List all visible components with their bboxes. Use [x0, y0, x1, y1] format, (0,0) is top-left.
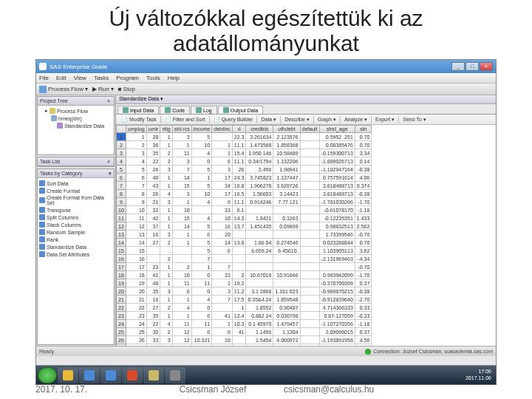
cell[interactable]: 11 — [191, 320, 212, 328]
cell[interactable]: 3 — [160, 287, 172, 296]
cell[interactable]: -1.70 — [355, 198, 372, 206]
taskbar-app[interactable] — [100, 367, 121, 383]
toolbar-item[interactable]: Analyze ▾ — [342, 117, 369, 123]
row-number[interactable]: 25 — [117, 328, 126, 336]
doc-tab[interactable]: Output Data — [218, 106, 264, 114]
task-item[interactable]: Transpose — [39, 206, 112, 214]
cell[interactable]: 1 — [160, 296, 172, 304]
cell[interactable] — [246, 279, 273, 287]
cell[interactable]: 0.3263 — [273, 214, 300, 222]
cell[interactable]: 10 — [191, 141, 212, 149]
cell[interactable]: -0.38 — [355, 190, 372, 198]
cell[interactable]: 1.451435 — [246, 222, 273, 231]
cell[interactable]: 11.1 — [232, 141, 246, 149]
cell[interactable]: 1 — [212, 279, 233, 287]
cell[interactable]: -1.70 — [355, 271, 372, 279]
cell[interactable]: 3 — [160, 231, 172, 239]
cell[interactable] — [300, 206, 319, 214]
column-header[interactable]: umir — [146, 126, 160, 133]
cell[interactable]: 0.374 — [355, 182, 372, 190]
toolbar-item[interactable]: Describe ▾ — [282, 117, 312, 123]
table-row[interactable]: 101032110336.1-0.61078170-1.18 — [117, 206, 372, 214]
cell[interactable]: 16 — [146, 231, 160, 239]
cell[interactable]: 1 — [212, 149, 233, 157]
cell[interactable]: 1 — [160, 222, 172, 231]
cell[interactable]: -1 107270356 — [319, 320, 355, 328]
cell[interactable]: 1 — [126, 133, 146, 141]
cell[interactable]: 34 — [212, 182, 233, 190]
cell[interactable]: 15 — [126, 247, 146, 255]
cell[interactable]: 1 — [160, 182, 172, 190]
cell[interactable]: -0.70 — [355, 344, 372, 347]
cell[interactable]: 6.659.24 — [246, 247, 273, 255]
cell[interactable] — [212, 304, 233, 312]
row-number[interactable]: 16 — [117, 255, 126, 263]
cell[interactable]: 6 — [191, 328, 212, 336]
cell[interactable]: 2 — [126, 141, 146, 149]
cell[interactable]: 4 — [191, 149, 212, 157]
system-clock[interactable]: 17:062017.11.06 — [463, 369, 494, 381]
doc-tab[interactable]: Input Data — [117, 106, 159, 114]
cell[interactable]: 1.950.146 — [246, 149, 273, 157]
cell[interactable]: 2 — [160, 255, 172, 263]
cell[interactable]: 7 — [126, 182, 146, 190]
task-item[interactable]: Standardize Data — [39, 243, 112, 250]
cell[interactable]: 26 — [146, 190, 160, 198]
cell[interactable]: -0.38 — [355, 166, 372, 174]
cell[interactable]: 23 — [146, 263, 160, 271]
cell[interactable]: 35 — [146, 287, 160, 296]
run-button[interactable]: ▶ Run ▾ — [92, 86, 114, 92]
cell[interactable] — [300, 296, 319, 304]
row-number[interactable]: 21 — [117, 296, 126, 304]
table-row[interactable]: 4422230611.10.34/17941.132206-1.88902671… — [117, 157, 372, 166]
cell[interactable]: 11 — [172, 320, 191, 328]
cell[interactable]: 1 — [191, 263, 212, 271]
cell[interactable]: 6 — [126, 174, 146, 182]
task-item[interactable]: Data Set Attributes — [39, 250, 112, 258]
cell[interactable]: 2 — [160, 157, 172, 166]
cell[interactable]: 3 — [191, 344, 212, 347]
task-item[interactable]: Rank — [39, 236, 112, 243]
doc-tab[interactable]: Log — [191, 106, 217, 114]
cell[interactable]: 3.261634 — [246, 133, 273, 141]
cell[interactable]: 16.5 — [232, 190, 246, 198]
cell[interactable] — [300, 263, 319, 271]
cell[interactable] — [300, 247, 319, 255]
cell[interactable]: 22 — [146, 320, 160, 328]
cell[interactable]: 23 — [126, 312, 146, 320]
table-row[interactable]: 22222724011.85520.904874.7143663330.33 — [117, 304, 372, 312]
cell[interactable]: 3 — [172, 133, 191, 141]
cell[interactable]: 10.67018 — [246, 271, 273, 279]
cell[interactable]: 7 — [212, 296, 233, 304]
toolbar-item[interactable]: Export ▾ — [373, 117, 397, 123]
cell[interactable]: 1 — [160, 133, 172, 141]
cell[interactable]: 3 — [172, 190, 191, 198]
cell[interactable]: 1 — [160, 271, 172, 279]
menu-tasks[interactable]: Tasks — [94, 75, 109, 81]
table-row[interactable]: 2727401143351.3702910.8057443.859810814-… — [117, 344, 372, 347]
cell[interactable]: 1.1456 — [246, 328, 273, 336]
cell[interactable]: 0.023288844 — [319, 239, 355, 247]
toolbar-item[interactable]: 📄 Modify Task — [119, 117, 159, 123]
cell[interactable]: 1 — [172, 312, 191, 320]
task-item[interactable]: Stack Columns — [39, 221, 112, 228]
cell[interactable]: 27 — [146, 239, 160, 247]
cell[interactable]: -1.889026713 — [319, 157, 355, 166]
cell[interactable]: 0 — [191, 157, 212, 166]
row-number[interactable]: 9 — [117, 198, 126, 206]
cell[interactable]: 0.90487 — [273, 304, 300, 312]
cell[interactable]: 1 — [172, 296, 191, 304]
cell[interactable]: 41 — [232, 328, 246, 336]
row-number[interactable]: 23 — [117, 312, 126, 320]
menu-tools[interactable]: Tools — [146, 75, 160, 81]
cell[interactable]: 1.8552 — [246, 304, 273, 312]
row-number[interactable]: 12 — [117, 222, 126, 231]
cell[interactable]: 1 — [160, 206, 172, 214]
table-row[interactable]: 774311553416.81.9662783.6287263.81848871… — [117, 182, 372, 190]
cell[interactable]: 5 — [191, 166, 212, 174]
menu-program[interactable]: Program — [116, 75, 139, 81]
table-row[interactable]: 55263753263.4561.98941-1.102947164-0.38 — [117, 166, 372, 174]
cell[interactable]: 1.73399546 — [319, 231, 355, 239]
cell[interactable] — [300, 344, 319, 347]
task-item[interactable]: Create Format — [39, 187, 112, 194]
